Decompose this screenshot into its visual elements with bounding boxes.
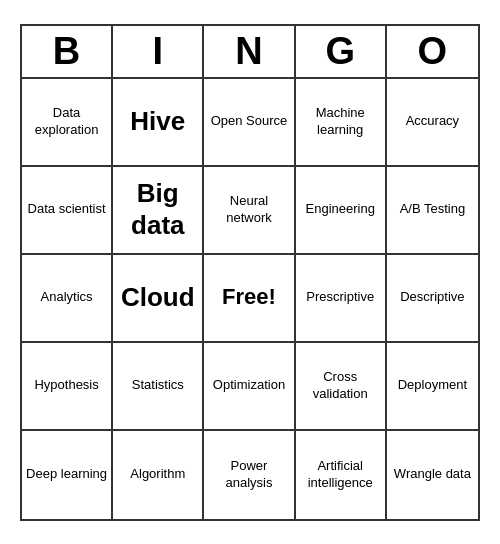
bingo-grid: Data explorationHiveOpen SourceMachine l… [22,79,478,519]
bingo-cell: Big data [113,167,204,255]
bingo-cell: Cross validation [296,343,387,431]
bingo-cell: Analytics [22,255,113,343]
bingo-cell: Descriptive [387,255,478,343]
bingo-letter: I [113,26,204,77]
bingo-cell: A/B Testing [387,167,478,255]
bingo-cell: Prescriptive [296,255,387,343]
bingo-cell: Data exploration [22,79,113,167]
bingo-cell: Wrangle data [387,431,478,519]
bingo-card: BINGO Data explorationHiveOpen SourceMac… [20,24,480,521]
bingo-cell: Deep learning [22,431,113,519]
bingo-cell: Deployment [387,343,478,431]
bingo-letter: G [296,26,387,77]
bingo-cell: Statistics [113,343,204,431]
bingo-cell: Cloud [113,255,204,343]
bingo-cell: Power analysis [204,431,295,519]
bingo-cell: Engineering [296,167,387,255]
bingo-cell: Accuracy [387,79,478,167]
bingo-cell: Open Source [204,79,295,167]
bingo-cell: Free! [204,255,295,343]
bingo-cell: Hypothesis [22,343,113,431]
bingo-cell: Optimization [204,343,295,431]
bingo-cell: Artificial intelligence [296,431,387,519]
bingo-cell: Machine learning [296,79,387,167]
bingo-letter: N [204,26,295,77]
bingo-letter: B [22,26,113,77]
bingo-cell: Hive [113,79,204,167]
bingo-cell: Neural network [204,167,295,255]
bingo-letter: O [387,26,478,77]
bingo-cell: Algorithm [113,431,204,519]
bingo-header: BINGO [22,26,478,79]
bingo-cell: Data scientist [22,167,113,255]
